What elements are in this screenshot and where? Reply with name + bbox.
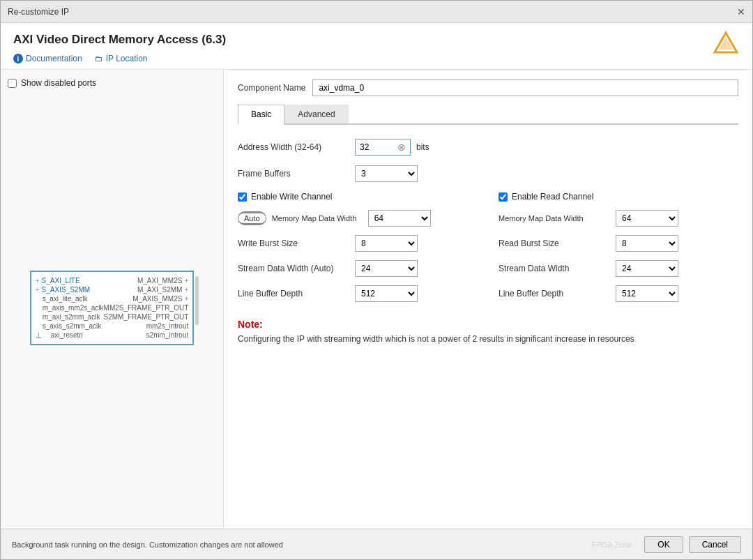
ip-block-container: + S_AXI_LITE M_AXI_MM2S + + S_AXIS [8,95,216,520]
port-mm2s-introut: mm2s_introut [146,322,189,330]
read-channel-col: Enable Read Channel Memory Map Data Widt… [499,192,738,305]
right-panel: Component Name Basic Advanced Address Wi… [224,70,752,529]
frame-buffers-select[interactable]: 31245 [355,165,418,182]
write-mem-map-select[interactable]: 6432128 [368,210,431,227]
component-name-input[interactable] [312,80,738,96]
read-line-buffer-row: Line Buffer Depth 5121282561024 [499,285,738,302]
port-s-axis-s2mm: S_AXIS_S2MM [42,286,90,294]
port-row-s-axis-s2mm-aclk: s_axis_s2mm_aclk mm2s_introut [31,321,193,331]
address-width-row: Address Width (32-64) ⊗ bits [238,139,738,156]
ground-icon: ⊥ [36,331,42,339]
clear-address-width-icon[interactable]: ⊗ [397,142,406,153]
write-line-buffer-select[interactable]: 5121282561024 [355,285,418,302]
enable-write-channel-checkbox[interactable] [238,192,247,202]
read-burst-size-label: Read Burst Size [499,239,610,248]
port-s-axi-lite: S_AXI_LITE [42,277,80,285]
port-m-axi-s2mm-aclk: m_axi_s2mm_aclk [36,313,100,321]
header: AXI Video Direct Memory Access (6.3) i D… [1,23,752,70]
read-channel-header: Enable Read Channel [499,192,738,202]
footer: Background task running on the design. C… [1,529,752,559]
write-stream-width-label: Stream Data Width (Auto) [238,264,349,273]
footer-status: Background task running on the design. C… [12,540,283,549]
note-box: Note: Configuring the IP with streaming … [238,319,738,345]
address-width-input[interactable] [360,142,397,152]
read-mem-map-row: Memory Map Data Width 6432128 [499,210,738,227]
auto-toggle-knob: Auto [238,213,266,223]
port-axi-resetn: axi_resetn [44,331,83,339]
write-stream-width-select[interactable]: 2481632 [355,260,418,277]
read-stream-width-select[interactable]: 2481632 [616,260,678,277]
show-disabled-ports: Show disabled ports [8,78,216,88]
main-window: Re-customize IP ✕ AXI Video Direct Memor… [0,0,753,560]
write-line-buffer-label: Line Buffer Depth [238,289,349,298]
ip-location-label: IP Location [106,54,148,63]
port-row-m-axi-s2mm-aclk: m_axi_s2mm_aclk S2MM_FRAME_PTR_OUT [31,312,193,321]
port-s2mm-introut: s2mm_introut [146,331,189,339]
ip-diagram: + S_AXI_LITE M_AXI_MM2S + + S_AXIS [30,271,195,345]
read-burst-size-select[interactable]: 82416 [616,235,678,252]
frame-buffers-row: Frame Buffers 31245 [238,165,738,182]
read-stream-width-label: Stream Data Width [499,264,610,273]
write-stream-width-row: Stream Data Width (Auto) 2481632 [238,260,478,277]
write-mem-map-row: Auto Memory Map Data Width 6432128 [238,210,478,227]
port-m-axi-s2mm: M_AXI_S2MM [137,286,182,294]
component-name-row: Component Name [238,80,738,96]
show-disabled-checkbox[interactable] [8,79,17,88]
channels-columns: Enable Write Channel Auto Memory Map Dat… [238,192,738,305]
sidebar: Show disabled ports + S_AXI_LITE M_AXI_M… [1,70,224,529]
ok-button[interactable]: OK [644,536,683,553]
note-title: Note: [238,319,738,330]
scrollbar[interactable] [195,276,199,325]
write-burst-size-select[interactable]: 82416 [355,235,418,252]
tab-advanced[interactable]: Advanced [284,105,348,123]
write-channel-header: Enable Write Channel [238,192,478,202]
port-s-axis-s2mm-aclk: s_axis_s2mm_aclk [36,322,101,330]
titlebar: Re-customize IP ✕ [1,1,752,23]
port-m-axi-mm2s: M_AXI_MM2S [137,277,182,285]
enable-read-channel-checkbox[interactable] [499,192,508,202]
port-row-axi-resetn: ⊥ axi_resetn s2mm_introut [31,331,193,340]
auto-toggle[interactable]: Auto [238,211,266,225]
address-width-label: Address Width (32-64) [238,142,349,152]
component-name-label: Component Name [238,83,305,93]
frame-buffers-label: Frame Buffers [238,169,349,179]
write-burst-size-label: Write Burst Size [238,239,349,248]
footer-buttons: FPGA Zone OK Cancel [592,536,741,553]
read-mem-map-label: Memory Map Data Width [499,214,610,222]
main-content: Show disabled ports + S_AXI_LITE M_AXI_M… [1,70,752,529]
address-width-input-wrapper: ⊗ [355,139,411,156]
port-row-saxi-lite: + S_AXI_LITE M_AXI_MM2S + [31,276,193,285]
cancel-button[interactable]: Cancel [689,536,741,553]
read-stream-width-row: Stream Data Width 2481632 [499,260,738,277]
write-mem-map-label: Memory Map Data Width [272,214,363,222]
header-links: i Documentation 🗀 IP Location [13,54,740,63]
folder-icon: 🗀 [95,54,103,63]
port-m-axis-mm2s-aclk: m_axis_mm2s_aclk [36,304,104,312]
port-row-s-axis: + S_AXIS_S2MM M_AXI_S2MM + [31,285,193,294]
ip-location-link[interactable]: 🗀 IP Location [95,54,148,63]
tab-content-basic: Address Width (32-64) ⊗ bits Frame Buffe… [238,133,738,345]
write-channel-label: Enable Write Channel [251,192,333,202]
tab-basic[interactable]: Basic [238,105,284,125]
tabs: Basic Advanced [238,105,738,125]
page-title: AXI Video Direct Memory Access (6.3) [13,33,740,47]
show-disabled-label: Show disabled ports [21,78,96,88]
write-burst-size-row: Write Burst Size 82416 [238,235,478,252]
read-mem-map-select[interactable]: 6432128 [616,210,678,227]
documentation-label: Documentation [26,54,82,63]
port-m-axis-mm2s: M_AXIS_MM2S [132,295,182,303]
logo [712,30,740,58]
documentation-link[interactable]: i Documentation [13,54,82,63]
port-row-s-axi-lite-aclk: s_axi_lite_aclk M_AXIS_MM2S + [31,294,193,303]
write-channel-col: Enable Write Channel Auto Memory Map Dat… [238,192,478,305]
read-line-buffer-label: Line Buffer Depth [499,289,610,298]
close-button[interactable]: ✕ [737,6,745,17]
read-channel-label: Enable Read Channel [512,192,593,202]
auto-toggle-group: Auto [238,211,266,225]
read-line-buffer-select[interactable]: 5121282561024 [616,285,678,302]
ip-block: + S_AXI_LITE M_AXI_MM2S + + S_AXIS [30,271,195,345]
port-s2mm-frame-ptr: S2MM_FRAME_PTR_OUT [104,313,189,321]
port-row-m-axis-mm2s-aclk: m_axis_mm2s_aclk MM2S_FRAME_PTR_OUT [31,303,193,312]
fpga-zone-watermark: FPGA Zone [592,540,632,549]
info-icon: i [13,54,23,63]
